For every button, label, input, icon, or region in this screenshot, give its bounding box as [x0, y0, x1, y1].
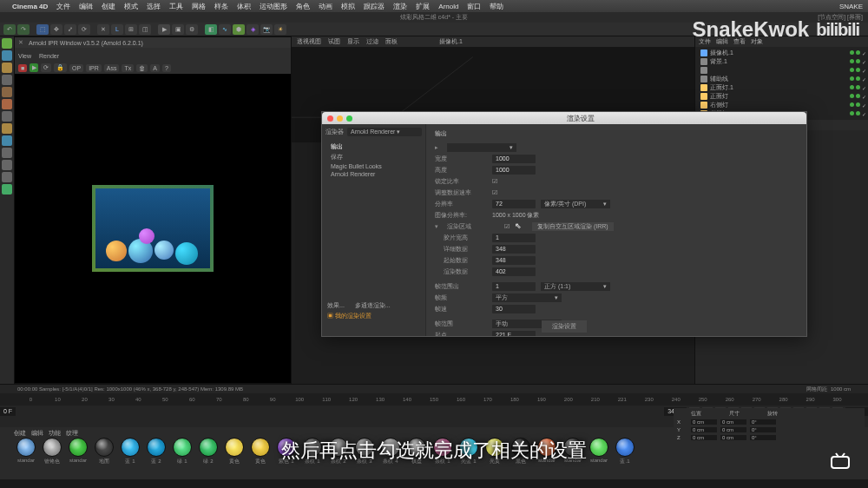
width-input[interactable]: 1000	[492, 155, 536, 163]
misc2-icon[interactable]	[2, 184, 12, 195]
render-dot[interactable]	[856, 50, 860, 55]
material-item[interactable]: 镀铬色	[40, 438, 64, 465]
close-icon[interactable]: ✕	[18, 39, 23, 46]
preset-dropdown[interactable]: ▾	[447, 143, 516, 152]
material-item[interactable]: 黄色	[248, 438, 273, 465]
dpi-unit-dropdown[interactable]: 像素/英寸 (DPI)▾	[541, 200, 610, 208]
tool-icon[interactable]: ✕	[97, 24, 109, 35]
move-tool[interactable]: ✥	[50, 24, 62, 35]
ipr-viewport[interactable]	[15, 74, 291, 383]
coord-size-input[interactable]: 0 cm	[720, 419, 746, 425]
ipr-tab-render[interactable]: Render	[39, 53, 59, 59]
material-item[interactable]: 黄色	[222, 438, 247, 465]
menu-item[interactable]: 编辑	[79, 2, 93, 11]
lock-checkbox[interactable]: ☑	[492, 178, 497, 185]
coord-rot-input[interactable]: 0°	[750, 427, 776, 432]
workplane-icon[interactable]	[2, 160, 12, 170]
render-dot[interactable]	[856, 76, 860, 81]
object-checkmark[interactable]: ✓	[862, 111, 866, 117]
visibility-dot[interactable]	[850, 59, 854, 63]
coord-size-input[interactable]: 0 cm	[720, 427, 746, 432]
coord-size-input[interactable]: 0 cm	[720, 435, 746, 440]
cube-primitive[interactable]: ◧	[205, 24, 217, 35]
ipr-ass-button[interactable]: Ass	[104, 64, 120, 72]
ipr-ipr-button[interactable]: IPR	[86, 64, 102, 72]
timeline-ruler[interactable]: 0102030405060708090100110120130140150160…	[0, 393, 868, 406]
frame-input[interactable]: 1	[492, 282, 536, 291]
material-item[interactable]: 蓝 2	[144, 438, 168, 465]
ipr-trash-icon[interactable]: 🗑	[136, 64, 148, 72]
object-row[interactable]: 摄像机.1✓	[697, 49, 866, 57]
material-item[interactable]: 蓝 1	[118, 438, 142, 465]
startf-input[interactable]: 221 F	[492, 331, 536, 337]
menu-item[interactable]: 动画	[319, 2, 332, 11]
menu-item[interactable]: 样条	[214, 2, 228, 11]
renderer-dropdown[interactable]: Arnold Renderer ▾	[347, 128, 422, 136]
menu-item[interactable]: 网格	[192, 2, 206, 11]
ipr-help-icon[interactable]: ?	[162, 64, 171, 72]
select-tool[interactable]: ⬚	[36, 24, 49, 35]
viewport-menu-cam[interactable]: 试图	[328, 37, 340, 46]
timeline-start-input[interactable]: 0 F	[0, 407, 16, 416]
material-item[interactable]: 绿 2	[196, 438, 220, 465]
camera-icon[interactable]: 📷	[260, 24, 273, 35]
render-dot[interactable]	[856, 85, 860, 89]
object-row[interactable]: 辅助线✓	[697, 75, 866, 83]
menu-item[interactable]: 选择	[147, 2, 161, 11]
workplane-tool[interactable]: ◫	[139, 24, 151, 35]
tree-mbl[interactable]: Magic Bullet Looks	[326, 162, 422, 170]
coord-pos-input[interactable]: 0 cm	[691, 435, 717, 440]
object-checkmark[interactable]: ✓	[862, 68, 866, 74]
object-mode-icon[interactable]	[2, 50, 12, 61]
zoom-button[interactable]	[346, 115, 352, 122]
material-item[interactable]: 地面	[92, 438, 116, 465]
end-input[interactable]: 402	[492, 267, 536, 276]
model-mode-icon[interactable]	[2, 38, 12, 49]
ipr-stop-icon[interactable]: ■	[18, 64, 27, 72]
visibility-dot[interactable]	[850, 94, 854, 98]
dialog-footer-button[interactable]: 渲染设置	[542, 320, 587, 333]
ipr-tab-view[interactable]: View	[18, 53, 31, 59]
viewport-menu-filter[interactable]: 过滤	[366, 37, 378, 46]
render-settings-button[interactable]: ⚙	[186, 24, 198, 35]
tree-output[interactable]: 输出	[326, 142, 422, 152]
poly-mode-icon[interactable]	[2, 87, 12, 97]
menu-item[interactable]: 运动图形	[260, 2, 287, 11]
menu-item[interactable]: 角色	[296, 2, 310, 11]
object-list[interactable]: 摄像机.1✓背景.1✓✓辅助线✓正面灯.1✓正面灯✓右侧灯✓背景灯✓	[695, 47, 868, 120]
tree-save[interactable]: 保存	[326, 152, 422, 162]
frame-dropdown[interactable]: 正方 (1:1)▾	[541, 282, 610, 291]
ipr-lock-icon[interactable]: 🔒	[54, 63, 67, 72]
menu-item[interactable]: 体积	[237, 2, 251, 11]
visibility-dot[interactable]	[850, 68, 854, 72]
object-row[interactable]: ✓	[697, 66, 866, 75]
material-item[interactable]: 蓝.1	[613, 438, 637, 465]
filmw-input[interactable]: 1	[492, 234, 536, 242]
object-row[interactable]: 背景.1✓	[697, 57, 866, 66]
ipr-op-button[interactable]: OP	[69, 64, 83, 72]
object-checkmark[interactable]: ✓	[862, 76, 866, 82]
redo-button[interactable]: ↷	[17, 24, 30, 35]
tweak-mode-icon[interactable]	[2, 123, 12, 134]
rate-input[interactable]: 30	[492, 305, 536, 313]
dialog-titlebar[interactable]: 渲染设置	[322, 112, 806, 124]
close-button[interactable]	[327, 115, 333, 122]
mat-tex[interactable]: 纹理	[66, 429, 78, 438]
axis-tool[interactable]: L	[111, 24, 123, 35]
menu-item[interactable]: 模拟	[341, 2, 355, 11]
menu-item[interactable]: 模式	[124, 2, 138, 11]
edge-mode-icon[interactable]	[2, 75, 12, 85]
object-checkmark[interactable]: ✓	[862, 102, 866, 109]
undo-button[interactable]: ↶	[3, 24, 16, 35]
multipass-button[interactable]: 多通道渲染...	[355, 301, 391, 310]
deformer-icon[interactable]: ◈	[247, 24, 259, 35]
ipr-play-icon[interactable]: ▶	[30, 63, 38, 72]
menu-item[interactable]: Arnold	[438, 3, 458, 10]
viewport-menu-display[interactable]: 显示	[347, 37, 359, 46]
tree-arnold[interactable]: Arnold Renderer	[326, 170, 422, 178]
ipr-refresh-icon[interactable]: ⟳	[41, 63, 51, 72]
menu-item[interactable]: 帮助	[490, 2, 503, 11]
menu-item[interactable]: 文件	[56, 2, 70, 11]
effects-button[interactable]: 效果...	[327, 301, 345, 310]
mat-create[interactable]: 创建	[14, 429, 26, 438]
